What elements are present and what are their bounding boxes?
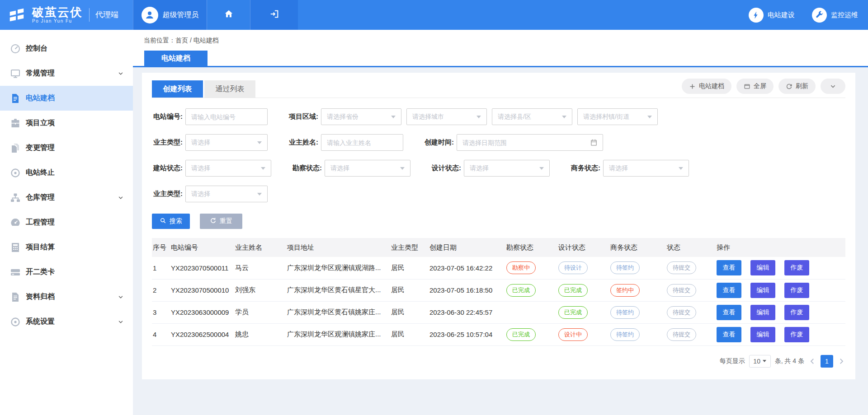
view-button[interactable]: 查看 [717,283,741,298]
column-header-4: 业主类型 [390,238,429,257]
briefcase-icon [10,118,21,129]
project-region-select-0[interactable]: 请选择省份 [321,108,401,125]
brand-text: 破茧云伏 Po Jian Yun Fu [32,6,83,23]
cell-status: 待提交 [666,257,716,279]
reset-button[interactable]: 重置 [200,214,242,229]
pages-icon [10,143,21,154]
sidebar-item-9[interactable]: 开二类卡 [0,260,133,284]
sidebar-item-1[interactable]: 常规管理 [0,61,133,86]
status-badge: 设计中 [558,328,588,341]
search-button[interactable]: 搜索 [152,214,190,229]
gauge-icon [10,43,21,54]
sidebar-item-label: 项目结算 [26,242,55,252]
cell-no: 4 [152,323,170,345]
view-button[interactable]: 查看 [717,327,741,342]
owner-name-input[interactable] [321,139,403,146]
edit-button[interactable]: 编辑 [750,305,775,320]
sidebar-item-label: 工程管理 [26,218,55,227]
void-button[interactable]: 作废 [784,283,809,298]
project-region-select-1[interactable]: 请选择城市 [406,108,487,125]
prev-page-button[interactable] [808,357,816,365]
view-button[interactable]: 查看 [717,305,741,320]
sidebar-item-3[interactable]: 项目立项 [0,111,133,135]
refresh-button[interactable]: 刷新 [778,79,816,94]
design-status-select[interactable]: 请选择 [464,160,550,177]
business-status-select[interactable]: 请选择 [603,160,689,177]
fullscreen-button[interactable]: 全屏 [736,79,774,94]
caret-down-icon [261,167,265,170]
topnav-bolt[interactable]: 电站建设 [749,8,795,23]
sidebar-item-6[interactable]: 仓库管理 [0,185,133,210]
filter-row-0: 电站编号:项目区域:请选择省份请选择城市请选择县/区请选择村镇/街道 [152,108,845,125]
sidebar-item-0[interactable]: 控制台 [0,36,133,61]
table-row-2: 3YX2023063000009学员广东深圳龙华区黄石镇姚家庄...居民2023… [152,301,845,323]
sidebar-item-7[interactable]: 工程管理 [0,210,133,235]
sidebar-item-4[interactable]: 变更管理 [0,135,133,160]
column-header-6: 勘察状态 [505,238,557,257]
target-icon [10,317,21,327]
sidebar-item-5[interactable]: 电站终止 [0,160,133,185]
total-count-text: 条, 共 4 条 [775,357,804,365]
sidebar-item-8[interactable]: 项目结算 [0,235,133,260]
void-button[interactable]: 作废 [784,327,809,342]
cell-design-status: 设计中 [557,323,609,345]
status-badge: 勘察中 [506,261,536,274]
sidebar-item-label: 仓库管理 [26,193,55,202]
view-button[interactable]: 查看 [717,260,741,275]
brand-title: 破茧云伏 [32,6,83,19]
cell-survey-status: 已完成 [505,323,557,345]
sidebar-item-label: 资料归档 [26,292,55,302]
cell-survey-status [505,301,557,323]
edit-button[interactable]: 编辑 [750,327,775,342]
sidebar-item-label: 系统设置 [26,317,55,326]
edit-button[interactable]: 编辑 [750,283,775,298]
sidebar-item-11[interactable]: 系统设置 [0,309,133,334]
station-code-input[interactable] [186,113,267,121]
topnav-wrench[interactable]: 监控运维 [812,8,858,23]
filter-field: 建站状态:请选择 [152,160,271,177]
topbar-right-nav: 电站建设监控运维 [749,0,868,30]
filter-label: 勘察状态: [291,164,322,173]
chevron-down-icon [118,195,124,201]
sidebar-item-label: 控制台 [26,44,47,53]
status-badge: 待签约 [610,261,640,274]
per-page-select[interactable]: 10 [749,355,771,368]
brand-subtitle: Po Jian Yun Fu [32,19,83,23]
void-button[interactable]: 作废 [784,260,809,275]
void-button[interactable]: 作废 [784,305,809,320]
cell-created: 2023-07-05 16:42:22 [429,257,505,279]
build-status-select[interactable]: 请选择 [185,160,271,177]
create-time-range-input[interactable] [457,139,590,146]
owner-type-select[interactable]: 请选择 [185,134,268,151]
fullscreen-icon [744,83,750,90]
logout-button[interactable] [250,0,298,30]
chevron-down-icon [118,70,124,77]
sidebar-item-2[interactable]: 电站建档 [0,86,133,111]
filter-label: 创建时间: [423,138,454,147]
user-menu[interactable]: 超级管理员 [133,0,207,30]
owner-type-select-2[interactable]: 请选择 [185,186,268,202]
list-tab-0[interactable]: 创建列表 [152,80,203,98]
collapse-button[interactable] [821,79,845,94]
list-tab-1[interactable]: 通过列表 [204,80,255,98]
cell-station-code: YX2023070500010 [170,279,234,301]
brand-logo-icon [7,5,26,24]
page-tab-station-archive[interactable]: 电站建档 [144,51,208,66]
breadcrumb: 当前位置：首页 / 电站建档 [133,30,868,51]
next-page-button[interactable] [837,357,845,365]
survey-status-select[interactable]: 请选择 [325,160,410,177]
edit-button[interactable]: 编辑 [750,260,775,275]
project-region-select-3[interactable]: 请选择村镇/街道 [577,108,658,125]
caret-down-icon [391,116,396,118]
page-number-button[interactable]: 1 [821,355,833,368]
caret-down-icon [400,167,405,170]
sidebar-item-10[interactable]: 资料归档 [0,284,133,309]
home-button[interactable] [207,0,250,30]
project-region-select-2[interactable]: 请选择县/区 [492,108,572,125]
filter-field: 电站编号: [152,108,268,125]
cell-business-status: 签约中 [609,279,666,301]
target-icon [10,168,21,178]
sitemap-icon [10,192,21,203]
user-name: 超级管理员 [163,10,199,20]
create-station-button[interactable]: 电站建档 [682,79,731,94]
